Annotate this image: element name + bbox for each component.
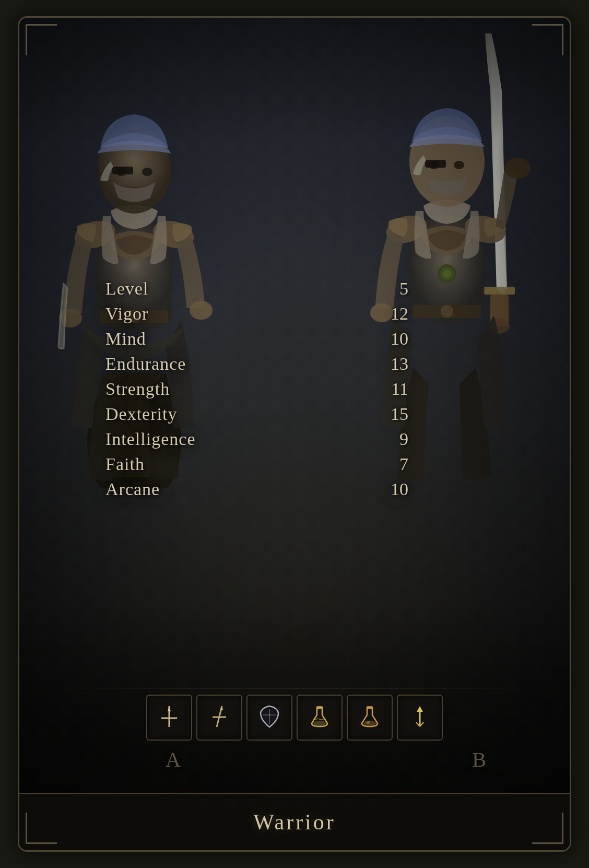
equip-slot-arrow[interactable]: [397, 695, 443, 741]
divider-line: [51, 688, 538, 688]
svg-point-37: [313, 721, 326, 726]
label-b: B: [472, 747, 486, 772]
stat-name-endurance: Endurance: [105, 354, 186, 374]
equip-slot-weapon-off[interactable]: [196, 695, 242, 741]
svg-rect-27: [425, 160, 446, 168]
stat-row: Vigor12: [105, 301, 408, 326]
svg-rect-12: [484, 287, 515, 295]
equipment-row: [146, 695, 443, 741]
stat-value-endurance: 13: [382, 354, 408, 374]
stat-row: Intelligence9: [105, 427, 408, 452]
equip-icon-weapon-off: [206, 703, 232, 732]
stat-value-arcane: 10: [382, 479, 408, 499]
stat-row: Arcane10: [105, 477, 408, 502]
svg-point-19: [441, 305, 453, 318]
equip-slot-weapon-main[interactable]: [146, 695, 192, 741]
stat-name-arcane: Arcane: [105, 479, 160, 499]
svg-rect-36: [316, 706, 323, 709]
stat-row: Endurance13: [105, 351, 408, 377]
equip-slot-flask-1[interactable]: [297, 695, 343, 741]
svg-marker-42: [417, 706, 423, 712]
equip-slot-flask-2[interactable]: [347, 695, 393, 741]
svg-rect-11: [112, 167, 133, 174]
stat-value-level: 5: [382, 279, 408, 299]
stat-name-faith: Faith: [105, 454, 145, 474]
label-a: A: [166, 747, 181, 772]
stat-row: Mind10: [105, 326, 408, 351]
name-plate: Warrior: [19, 793, 570, 850]
equip-icon-flask-2: [357, 703, 383, 732]
stat-name-intelligence: Intelligence: [105, 429, 195, 449]
svg-point-40: [367, 721, 370, 724]
equip-icon-shield: [256, 703, 282, 732]
corner-decoration-tl: [26, 24, 57, 55]
stat-row: Faith7: [105, 452, 408, 477]
equip-icon-weapon-main: [156, 703, 182, 732]
stat-row: Strength11: [105, 377, 408, 402]
equip-icon-arrow: [407, 703, 433, 732]
stat-row: Dexterity15: [105, 402, 408, 427]
stat-value-dexterity: 15: [382, 404, 408, 424]
stat-value-mind: 10: [382, 329, 408, 349]
stat-name-strength: Strength: [105, 379, 170, 399]
svg-point-39: [363, 721, 376, 726]
stat-name-mind: Mind: [105, 329, 146, 349]
stat-value-faith: 7: [382, 454, 408, 474]
stat-name-dexterity: Dexterity: [105, 404, 177, 424]
character-card: Level5Vigor12Mind10Endurance13Strength11…: [18, 16, 571, 852]
stats-container: Level5Vigor12Mind10Endurance13Strength11…: [105, 276, 408, 502]
svg-marker-30: [168, 706, 171, 711]
stat-name-level: Level: [105, 279, 148, 299]
stat-name-vigor: Vigor: [105, 304, 148, 324]
class-name: Warrior: [253, 810, 336, 835]
svg-point-10: [142, 168, 152, 176]
svg-rect-38: [367, 706, 373, 709]
svg-point-17: [443, 269, 451, 278]
corner-decoration-br: [532, 813, 563, 844]
equip-icon-flask-1: [307, 703, 333, 732]
stat-value-strength: 11: [382, 379, 408, 399]
svg-point-22: [504, 158, 531, 179]
corner-decoration-tr: [532, 24, 563, 55]
stat-value-vigor: 12: [382, 304, 408, 324]
stat-row: Level5: [105, 276, 408, 301]
svg-point-26: [454, 161, 464, 169]
corner-decoration-bl: [26, 813, 57, 844]
stat-value-intelligence: 9: [382, 429, 408, 449]
equip-slot-shield[interactable]: [246, 695, 292, 741]
